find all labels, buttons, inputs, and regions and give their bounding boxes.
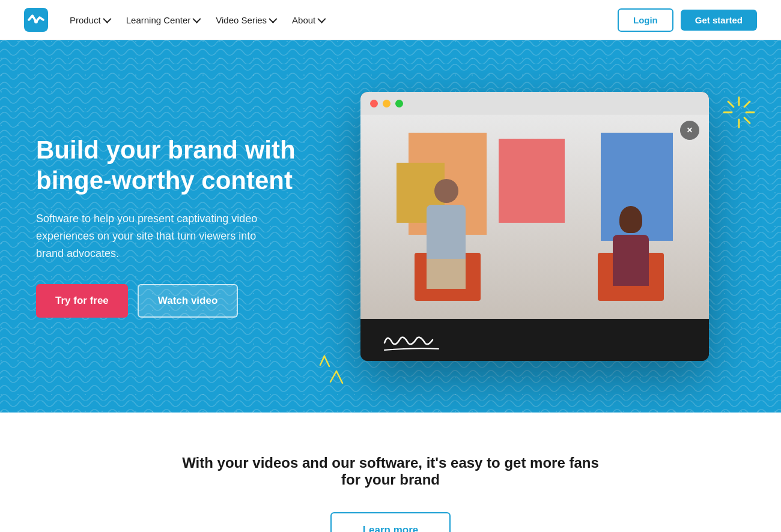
learn-more-button[interactable]: Learn more <box>330 512 451 532</box>
window-dot-green <box>395 100 403 107</box>
chevron-down-icon <box>269 15 277 23</box>
nav-item-video-series[interactable]: Video Series <box>216 15 275 25</box>
try-free-button[interactable]: Try for free <box>36 284 128 318</box>
browser-footer <box>360 319 709 361</box>
person-right <box>613 206 649 286</box>
person-left-head <box>434 179 458 203</box>
chevron-down-icon <box>193 15 201 23</box>
svg-point-0 <box>34 20 38 23</box>
navbar: Product Learning Center Video Series Abo… <box>0 0 781 40</box>
login-button[interactable]: Login <box>618 8 673 32</box>
svg-line-11 <box>336 371 342 383</box>
hero-buttons: Try for free Watch video <box>36 284 324 318</box>
window-dot-yellow <box>383 100 390 107</box>
navbar-right: Login Get started <box>618 8 757 32</box>
person-left <box>427 179 466 289</box>
backdrop-pink <box>499 139 565 223</box>
nav-item-learning-center[interactable]: Learning Center <box>126 15 199 25</box>
nav-item-about[interactable]: About <box>292 15 324 25</box>
watch-video-button[interactable]: Watch video <box>138 284 239 318</box>
hero-left: Build your brand with binge-worthy conte… <box>36 135 324 317</box>
below-hero-title: With your videos and our software, it's … <box>180 455 601 488</box>
video-scene <box>360 115 709 319</box>
hero-subtitle: Software to help you present captivating… <box>36 210 264 262</box>
person-right-head <box>619 206 642 233</box>
chevron-down-icon <box>103 15 111 23</box>
svg-line-8 <box>744 101 750 107</box>
svg-line-12 <box>330 371 336 382</box>
svg-line-10 <box>320 356 324 365</box>
browser-toolbar <box>360 92 709 115</box>
signature-svg <box>378 325 475 355</box>
svg-line-7 <box>744 118 750 123</box>
get-started-button[interactable]: Get started <box>681 10 757 31</box>
person-left-body <box>427 205 466 259</box>
hero-right: × <box>324 92 745 361</box>
logo[interactable] <box>24 8 48 32</box>
sparkle-decoration-top <box>721 94 757 133</box>
svg-line-9 <box>324 356 329 366</box>
below-hero-section: With your videos and our software, it's … <box>0 413 781 532</box>
nav-links: Product Learning Center Video Series Abo… <box>70 15 324 25</box>
video-area <box>360 115 709 319</box>
navbar-left: Product Learning Center Video Series Abo… <box>24 8 324 32</box>
chevron-down-icon <box>318 15 326 23</box>
browser-close-button[interactable]: × <box>680 121 699 140</box>
nav-item-product[interactable]: Product <box>70 15 109 25</box>
svg-line-6 <box>728 101 734 107</box>
window-dot-red <box>370 100 378 107</box>
browser-window: × <box>360 92 709 361</box>
person-left-legs <box>427 259 466 289</box>
person-right-body <box>613 235 649 286</box>
hero-title: Build your brand with binge-worthy conte… <box>36 135 324 196</box>
sparkle-decoration-bottom <box>318 353 348 388</box>
hero-section: Build your brand with binge-worthy conte… <box>0 40 781 413</box>
